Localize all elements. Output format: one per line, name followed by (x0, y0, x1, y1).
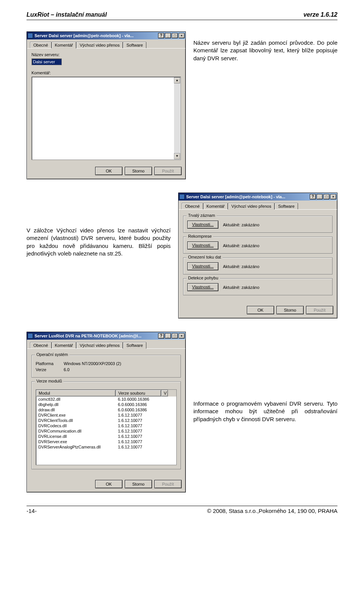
module-name: DVRClientTools.dll (36, 418, 116, 423)
tab-obecne[interactable]: Obecné (182, 203, 203, 209)
server-name-input[interactable]: Dalsi server (31, 58, 62, 65)
module-version: 6.0.6000.16386 (116, 402, 161, 407)
cancel-button[interactable]: Storno (276, 306, 304, 314)
group-title: Rekomprese (187, 234, 213, 238)
tab-vychozi[interactable]: Výchozí video přenos (76, 42, 123, 48)
col-file-version[interactable]: Verze souboru (116, 390, 161, 397)
tab-vychozi[interactable]: Výchozí video přenos (228, 203, 275, 210)
table-row[interactable]: DVRClientTools.dll1.6.12.10077 (36, 418, 176, 423)
apply-button[interactable]: Použít (154, 167, 182, 175)
properties-button[interactable]: Vlastnosti... (187, 241, 218, 249)
page-header: LuxRiot – instalační manuál verze 1.6.12 (27, 11, 337, 18)
listview-header: Modul Verze souboru V (36, 390, 176, 397)
window-title: Server Dalsi server [admin@petr-notebook… (35, 33, 158, 38)
minimize-button[interactable]: _ (165, 33, 171, 38)
module-version: 1.6.12.10077 (116, 418, 161, 423)
status-label: Aktuálně: zakázáno (223, 285, 259, 290)
help-button[interactable]: ? (158, 333, 164, 339)
table-row[interactable]: comctl32.dll6.10.6000.16386 (36, 397, 176, 402)
group-title: Trvalý záznam (187, 213, 217, 218)
table-row[interactable]: DVRServer.exe1.6.12.10077 (36, 439, 176, 444)
properties-button[interactable]: Vlastnosti... (187, 262, 218, 270)
window-title: Server LuxRiot DVR na PETR-NOTEBOOK [adm… (35, 334, 158, 338)
tab-obecne[interactable]: Obecné (30, 42, 52, 48)
apply-button[interactable]: Použít (306, 306, 333, 314)
window-title: Server Dalsi server [admin@petr-notebook… (186, 194, 310, 199)
table-row[interactable]: DVRCommunication.dll1.6.12.10077 (36, 428, 176, 434)
scroll-up-icon[interactable]: ▲ (174, 77, 180, 83)
desc-section3: Informace o programovém vybavení DVR ser… (193, 332, 337, 423)
tab-obecne[interactable]: Obecné (30, 342, 52, 348)
ok-button[interactable]: OK (95, 167, 122, 175)
cancel-button[interactable]: Storno (125, 480, 152, 488)
group-1: RekompreseVlastnosti...Aktuálně: zakázán… (183, 237, 333, 254)
module-name: comctl32.dll (36, 397, 116, 401)
desc-section1: Název serveru byl již zadán pomocí průvo… (193, 31, 337, 62)
table-row[interactable]: dbghelp.dll6.0.6000.16386 (36, 402, 176, 407)
help-button[interactable]: ? (158, 33, 164, 38)
titlebar[interactable]: Server Dalsi server [admin@petr-notebook… (179, 193, 337, 201)
tab-software[interactable]: Software (275, 203, 298, 209)
group-title: Omezení toku dat (187, 255, 223, 259)
modules-listview[interactable]: Modul Verze souboru V comctl32.dll6.10.6… (36, 389, 177, 465)
module-name: DVRServer.exe (36, 439, 116, 444)
label-comment: Komentář: (31, 71, 181, 75)
group-title: Detekce pohybu (187, 276, 220, 280)
module-name: dbghelp.dll (36, 402, 116, 407)
minimize-button[interactable]: _ (165, 333, 171, 339)
module-name: DVRServerAnalogPtzCameras.dll (36, 445, 116, 449)
header-right: verze 1.6.12 (303, 11, 337, 18)
apply-button[interactable]: Použít (154, 480, 182, 488)
table-row[interactable]: DVRClient.exe1.6.12.10077 (36, 412, 176, 418)
minimize-button[interactable]: _ (317, 194, 323, 199)
window-software: Server LuxRiot DVR na PETR-NOTEBOOK [adm… (27, 332, 186, 492)
titlebar[interactable]: Server LuxRiot DVR na PETR-NOTEBOOK [adm… (27, 332, 185, 340)
comment-textarea[interactable]: ▲ ▼ (31, 77, 181, 160)
module-version: 6.0.6000.16386 (116, 408, 161, 412)
page-footer: -14- © 2008, Stasa s.r.o.,Pokorného 14, … (27, 506, 337, 514)
tab-software[interactable]: Software (123, 342, 146, 349)
module-name: DVRCommunication.dll (36, 429, 116, 433)
tab-row: Obecné Komentář Výchozí video přenos Sof… (27, 39, 185, 49)
tab-komentar[interactable]: Komentář (203, 203, 228, 209)
group-3: Detekce pohybuVlastnosti...Aktuálně: zak… (183, 278, 333, 295)
tab-komentar[interactable]: Komentář (52, 42, 77, 49)
maximize-button[interactable]: □ (172, 333, 178, 339)
table-row[interactable]: DVRServerAnalogPtzCameras.dll1.6.12.1007… (36, 444, 176, 450)
titlebar[interactable]: Server Dalsi server [admin@petr-notebook… (27, 32, 185, 39)
col-module[interactable]: Modul (36, 390, 116, 397)
close-button[interactable]: × (179, 333, 185, 339)
tab-software[interactable]: Software (123, 42, 146, 48)
scroll-down-icon[interactable]: ▼ (174, 153, 180, 159)
table-row[interactable]: ddraw.dll6.0.6000.16386 (36, 407, 176, 412)
window-komentar: Server Dalsi server [admin@petr-notebook… (27, 31, 186, 179)
maximize-button[interactable]: □ (323, 194, 329, 199)
app-icon (28, 33, 33, 38)
col-v[interactable]: V (161, 390, 168, 397)
module-version: 6.10.6000.16386 (116, 397, 161, 401)
properties-button[interactable]: Vlastnosti... (187, 283, 218, 291)
version-value: 6.0 (64, 367, 69, 372)
platform-value: Windows NT/2000/XP/2003 (2) (64, 361, 121, 366)
help-button[interactable]: ? (310, 194, 316, 199)
maximize-button[interactable]: □ (172, 33, 178, 38)
table-row[interactable]: DVRLicense.dll1.6.12.10077 (36, 434, 176, 439)
properties-button[interactable]: Vlastnosti... (187, 221, 218, 229)
module-version: 1.6.12.10077 (116, 429, 161, 433)
module-name: DVRClient.exe (36, 413, 116, 417)
platform-label: Platforma (36, 361, 58, 366)
tab-vychozi[interactable]: Výchozí video přenos (76, 342, 123, 348)
close-button[interactable]: × (330, 194, 336, 199)
ok-button[interactable]: OK (95, 480, 122, 488)
header-left: LuxRiot – instalační manuál (27, 11, 107, 18)
window-vychozi: Server Dalsi server [admin@petr-notebook… (178, 193, 337, 318)
close-button[interactable]: × (179, 33, 185, 38)
scrollbar[interactable]: ▲ ▼ (174, 77, 180, 159)
tab-komentar[interactable]: Komentář (52, 342, 77, 348)
cancel-button[interactable]: Storno (125, 167, 152, 175)
tab-row: Obecné Komentář Výchozí video přenos Sof… (27, 340, 185, 349)
ok-button[interactable]: OK (247, 306, 274, 314)
table-row[interactable]: DVRCodecs.dll1.6.12.10077 (36, 423, 176, 428)
status-label: Aktuálně: zakázáno (223, 243, 259, 248)
status-label: Aktuálně: zakázáno (223, 223, 259, 227)
